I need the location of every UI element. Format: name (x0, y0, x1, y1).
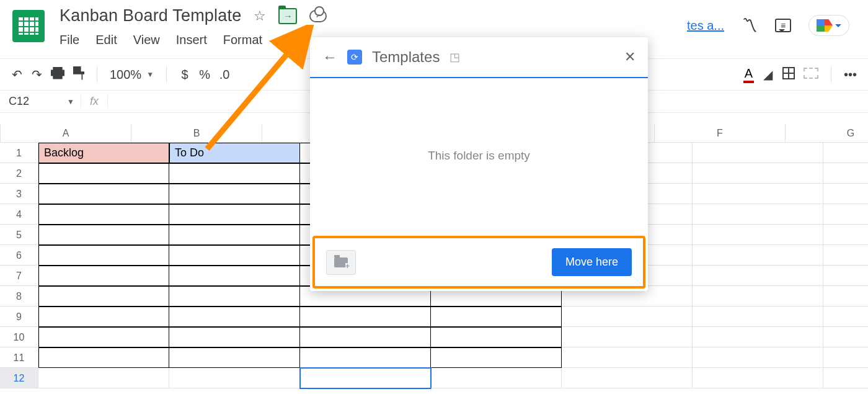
cell-B12[interactable] (169, 368, 300, 388)
row-header-4[interactable]: 4 (0, 204, 38, 225)
toolbar-more-button[interactable]: ••• (844, 68, 857, 82)
cell-C10[interactable] (300, 327, 431, 347)
cell-G5[interactable] (823, 225, 868, 245)
move-here-button[interactable]: Move here (552, 248, 632, 276)
star-icon[interactable]: ☆ (254, 8, 266, 24)
redo-button[interactable]: ↷ (31, 67, 42, 82)
cell-F5[interactable] (693, 225, 823, 245)
format-percent-button[interactable]: % (199, 68, 210, 82)
cell-F3[interactable] (693, 184, 823, 204)
cell-A7[interactable] (38, 266, 169, 286)
row-header-5[interactable]: 5 (0, 225, 38, 245)
cell-E12[interactable] (562, 368, 693, 388)
new-folder-button[interactable] (326, 250, 356, 275)
close-button[interactable]: ✕ (624, 49, 636, 65)
cell-D10[interactable] (431, 327, 562, 347)
last-edit-link[interactable]: tes a... (687, 19, 724, 33)
cell-B2[interactable] (169, 163, 300, 184)
cell-G11[interactable] (823, 347, 868, 368)
cell-D9[interactable] (431, 307, 562, 327)
cell-G1[interactable] (823, 143, 868, 163)
undo-button[interactable]: ↶ (11, 67, 22, 82)
cell-F4[interactable] (693, 204, 823, 225)
cell-C11[interactable] (300, 347, 431, 368)
cell-B8[interactable] (169, 286, 300, 307)
cell-B7[interactable] (169, 266, 300, 286)
format-currency-button[interactable]: $ (179, 68, 190, 82)
cell-G3[interactable] (823, 184, 868, 204)
cell-B11[interactable] (169, 347, 300, 368)
cell-C12[interactable] (300, 368, 431, 388)
borders-button[interactable] (782, 67, 795, 83)
cell-G12[interactable] (823, 368, 868, 388)
fill-color-button[interactable]: ◢ (763, 67, 774, 82)
cell-F12[interactable] (693, 368, 823, 388)
cell-C9[interactable] (300, 307, 431, 327)
document-title[interactable]: Kanban Board Template (60, 6, 241, 25)
move-to-folder-icon[interactable] (278, 8, 297, 24)
cell-F8[interactable] (693, 286, 823, 307)
row-header-8[interactable]: 8 (0, 286, 38, 307)
cell-F6[interactable] (693, 245, 823, 266)
row-header-1[interactable]: 1 (0, 143, 38, 163)
cell-A9[interactable] (38, 307, 169, 327)
cell-E11[interactable] (562, 347, 693, 368)
row-header-7[interactable]: 7 (0, 266, 38, 286)
col-header-B[interactable]: B (131, 124, 262, 142)
text-color-button[interactable]: A (743, 66, 754, 83)
paint-format-button[interactable] (73, 66, 84, 83)
meet-button[interactable] (808, 15, 849, 36)
cell-A3[interactable] (38, 184, 169, 204)
cell-B6[interactable] (169, 245, 300, 266)
comments-icon[interactable] (775, 19, 791, 32)
cell-F11[interactable] (693, 347, 823, 368)
row-header-9[interactable]: 9 (0, 307, 38, 327)
menu-edit[interactable]: Edit (95, 33, 117, 47)
row-header-10[interactable]: 10 (0, 327, 38, 347)
cell-A6[interactable] (38, 245, 169, 266)
col-header-G[interactable]: G (786, 124, 868, 142)
cell-A2[interactable] (38, 163, 169, 184)
col-header-F[interactable]: F (655, 124, 786, 142)
cell-B10[interactable] (169, 327, 300, 347)
menu-format[interactable]: Format (223, 33, 262, 47)
cell-A5[interactable] (38, 225, 169, 245)
decrease-decimal-button[interactable]: .0 (219, 68, 230, 82)
open-in-new-icon[interactable]: ◳ (450, 50, 460, 64)
cell-B9[interactable] (169, 307, 300, 327)
cell-A10[interactable] (38, 327, 169, 347)
cell-G7[interactable] (823, 266, 868, 286)
cell-A11[interactable] (38, 347, 169, 368)
cell-B4[interactable] (169, 204, 300, 225)
cell-G4[interactable] (823, 204, 868, 225)
cell-E9[interactable] (562, 307, 693, 327)
zoom-dropdown[interactable]: 100%▼ (110, 68, 154, 82)
activity-icon[interactable]: 〽 (742, 16, 758, 35)
col-header-A[interactable]: A (1, 124, 131, 142)
cell-G8[interactable] (823, 286, 868, 307)
cell-B5[interactable] (169, 225, 300, 245)
cell-F9[interactable] (693, 307, 823, 327)
cell-B3[interactable] (169, 184, 300, 204)
cell-B1[interactable]: To Do (169, 143, 300, 163)
cell-E10[interactable] (562, 327, 693, 347)
cell-A1[interactable]: Backlog (38, 143, 169, 163)
row-header-2[interactable]: 2 (0, 163, 38, 184)
row-header-12[interactable]: 12 (0, 368, 38, 388)
cell-G2[interactable] (823, 163, 868, 184)
cell-F1[interactable] (693, 143, 823, 163)
menu-file[interactable]: File (60, 33, 79, 47)
sheets-logo[interactable] (12, 10, 45, 42)
cell-D11[interactable] (431, 347, 562, 368)
cell-A8[interactable] (38, 286, 169, 307)
back-button[interactable]: ← (322, 48, 337, 66)
cell-A12[interactable] (38, 368, 169, 388)
name-box[interactable]: C12▼ (0, 95, 81, 108)
menu-view[interactable]: View (133, 33, 160, 47)
merge-cells-button[interactable] (804, 68, 818, 82)
cell-D12[interactable] (431, 368, 562, 388)
cell-G9[interactable] (823, 307, 868, 327)
menu-insert[interactable]: Insert (176, 33, 207, 47)
row-header-11[interactable]: 11 (0, 347, 38, 368)
print-button[interactable] (51, 67, 64, 83)
